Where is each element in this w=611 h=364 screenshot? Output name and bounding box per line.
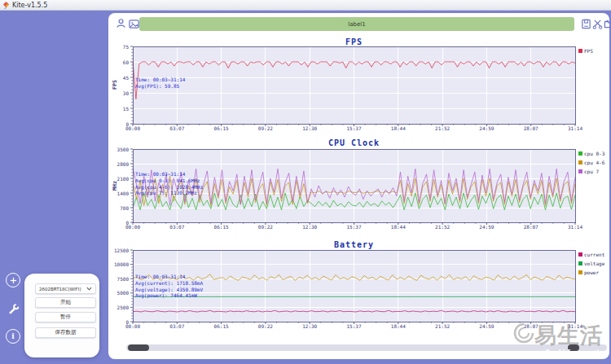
legend-swatch xyxy=(578,151,582,156)
chart-title: Battery xyxy=(133,240,575,249)
legend-entry: cpu 4-6 xyxy=(578,160,609,165)
chevron-down-icon xyxy=(86,287,92,291)
label-text: label1 xyxy=(348,21,365,28)
window-title: Kite-v1.5.5 xyxy=(12,0,47,11)
plot-area[interactable]: Time: 00:03~31:14Avg(FPS): 59.85 xyxy=(133,46,575,124)
scissors-icon[interactable] xyxy=(592,19,603,29)
legend: currentvoltagepower xyxy=(578,252,609,278)
device-select[interactable]: 2602BRT18C(WIFI) xyxy=(35,283,96,294)
add-icon xyxy=(10,277,17,284)
legend: FPS xyxy=(578,48,609,57)
x-axis-ticks: 00:0003:0706:1509:2212:3015:3718:4421:52… xyxy=(133,323,575,330)
legend-label: power xyxy=(584,270,599,275)
plot-area[interactable]: Time: 00:03~31:14Avg(current): 1718.58mA… xyxy=(133,250,575,322)
legend-label: voltage xyxy=(584,261,604,266)
info-icon: i xyxy=(11,332,14,340)
fps-chart: FPS FPS 01530456075 Time: 00:03~31:14Avg… xyxy=(108,37,609,138)
window-titlebar: Kite-v1.5.5 xyxy=(0,0,611,11)
cpu-clock-chart: CPU Clock MHz 07001400210028003500 Time:… xyxy=(108,138,609,240)
battery-chart: Battery 02500500075001000012500 Time: 00… xyxy=(108,240,609,340)
y-axis-ticks: 07001400210028003500 xyxy=(108,149,131,222)
legend-swatch xyxy=(578,169,582,173)
chart-title: FPS xyxy=(133,37,575,46)
scrollbar-left-handle[interactable] xyxy=(128,344,149,351)
info-button[interactable]: i xyxy=(6,329,20,344)
plot-area[interactable]: Time: 00:03~31:14Avg(cpu 0-3): 941.6MHzA… xyxy=(133,149,575,222)
legend-label: current xyxy=(584,252,604,257)
legend-swatch xyxy=(578,252,582,257)
legend-label: cpu 4-6 xyxy=(584,160,604,165)
start-button[interactable]: 开始 xyxy=(35,297,96,308)
legend-swatch xyxy=(578,270,582,274)
legend-swatch xyxy=(578,261,582,265)
legend-entry: power xyxy=(578,270,609,275)
save-data-button[interactable]: 保存数据 xyxy=(35,327,96,338)
wrench-icon xyxy=(7,303,20,315)
legend-entry: cpu 0-3 xyxy=(578,151,609,156)
add-button[interactable] xyxy=(6,273,20,287)
horizontal-scrollbar[interactable] xyxy=(126,344,607,351)
legend-label: cpu 7 xyxy=(584,169,599,174)
legend-entry: voltage xyxy=(578,261,609,266)
device-select-value: 2602BRT18C(WIFI) xyxy=(39,287,81,292)
x-axis-ticks: 00:0003:0706:1509:2212:3015:3718:4421:52… xyxy=(133,224,575,230)
tools-button[interactable] xyxy=(6,301,20,316)
pause-button[interactable]: 暂停 xyxy=(35,312,96,322)
chart-title: CPU Clock xyxy=(133,138,575,147)
legend-entry: FPS xyxy=(578,48,609,54)
legend: cpu 0-3cpu 4-6cpu 7 xyxy=(578,151,609,178)
screenshot-icon[interactable] xyxy=(129,19,139,29)
y-axis-ticks: 01530456075 xyxy=(108,46,131,124)
export-icon[interactable] xyxy=(604,19,611,29)
legend-entry: cpu 7 xyxy=(578,169,609,174)
chart-card: label1 FPS FPS 01530456075 Time: 00:03~3… xyxy=(108,13,609,359)
x-axis-ticks: 00:0003:0706:1509:2212:3015:3718:4421:52… xyxy=(133,125,575,132)
legend-label: cpu 0-3 xyxy=(584,151,604,156)
y-axis-ticks: 02500500075001000012500 xyxy=(108,250,131,322)
legend-label: FPS xyxy=(584,48,593,54)
scrollbar-right-handle[interactable] xyxy=(568,344,579,351)
save-icon[interactable] xyxy=(581,19,591,29)
legend-swatch xyxy=(578,160,582,164)
label-input[interactable]: label1 xyxy=(139,17,574,31)
control-panel: 2602BRT18C(WIFI) 开始 暂停 保存数据 xyxy=(24,274,99,357)
legend-swatch xyxy=(578,49,582,53)
user-icon[interactable] xyxy=(116,18,126,29)
app-icon xyxy=(2,2,10,9)
legend-entry: current xyxy=(578,252,609,257)
